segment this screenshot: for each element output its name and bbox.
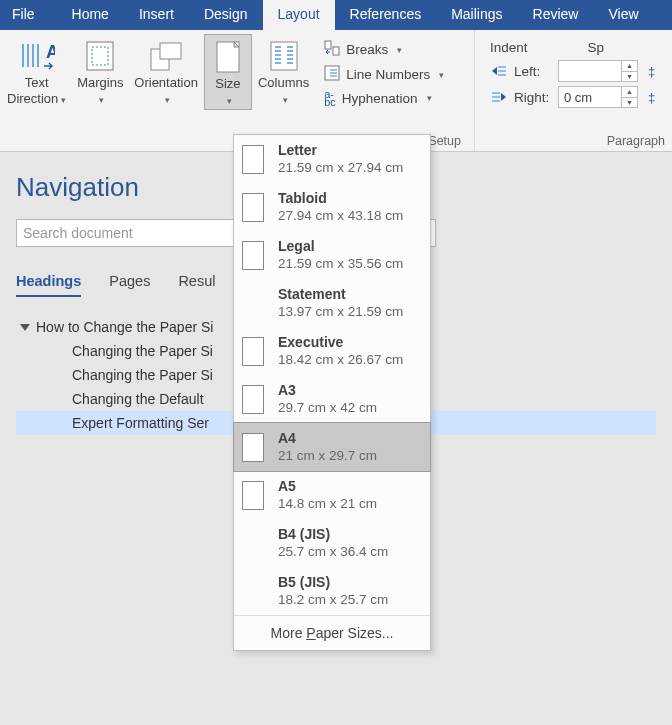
- size-option-name: Legal: [278, 238, 403, 255]
- tab-review[interactable]: Review: [518, 0, 594, 30]
- size-option-dimensions: 18.2 cm x 25.7 cm: [278, 591, 388, 608]
- chevron-down-icon: ▾: [227, 96, 232, 106]
- size-option-a4[interactable]: A421 cm x 29.7 cm: [233, 422, 431, 472]
- tab-home[interactable]: Home: [57, 0, 124, 30]
- margins-button[interactable]: Margins▾: [72, 34, 128, 110]
- page-icon: [242, 337, 264, 366]
- indent-left-input[interactable]: ▲▼: [558, 60, 638, 82]
- indent-left-icon: [490, 64, 508, 78]
- line-numbers-icon: [324, 65, 340, 84]
- tab-insert[interactable]: Insert: [124, 0, 189, 30]
- tab-layout[interactable]: Layout: [263, 0, 335, 30]
- svg-rect-21: [325, 41, 331, 49]
- text-direction-button[interactable]: A TextDirection▾: [3, 34, 70, 110]
- tab-view[interactable]: View: [593, 0, 653, 30]
- spin-up[interactable]: ▲: [622, 61, 637, 72]
- group-paragraph-label: Paragraph: [478, 132, 669, 151]
- margins-label: Margins: [77, 75, 123, 90]
- size-option-name: Executive: [278, 334, 403, 351]
- size-option-dimensions: 18.42 cm x 26.67 cm: [278, 351, 403, 368]
- size-option-legal[interactable]: Legal21.59 cm x 35.56 cm: [234, 231, 430, 279]
- size-label: Size: [215, 76, 240, 91]
- spacing-before-icon: ‡: [648, 64, 655, 79]
- size-option-dimensions: 27.94 cm x 43.18 cm: [278, 207, 403, 224]
- size-option-statement[interactable]: Statement13.97 cm x 21.59 cm: [234, 279, 430, 327]
- indent-right-icon: [490, 90, 508, 104]
- chevron-down-icon: ▾: [99, 95, 104, 105]
- line-numbers-button[interactable]: Line Numbers▾: [321, 63, 447, 86]
- columns-label: Columns: [258, 75, 309, 90]
- spacing-after-icon: ‡: [648, 90, 655, 105]
- tab-mailings[interactable]: Mailings: [436, 0, 517, 30]
- chevron-down-icon: ▾: [397, 45, 402, 55]
- svg-rect-8: [160, 43, 181, 59]
- indent-right-label: Right:: [514, 90, 552, 105]
- page-icon: [242, 241, 264, 270]
- collapse-icon[interactable]: [20, 324, 30, 331]
- text-direction-label: TextDirection: [7, 75, 58, 106]
- page-icon: [242, 385, 264, 414]
- size-option-dimensions: 13.97 cm x 21.59 cm: [278, 303, 403, 320]
- svg-rect-5: [87, 42, 113, 70]
- breaks-icon: [324, 40, 340, 59]
- size-option-dimensions: 21.59 cm x 27.94 cm: [278, 159, 403, 176]
- hyphenation-button[interactable]: a-bc Hyphenation▾: [321, 88, 447, 108]
- svg-rect-10: [271, 42, 297, 70]
- size-option-executive[interactable]: Executive18.42 cm x 26.67 cm: [234, 327, 430, 375]
- nav-tab-pages[interactable]: Pages: [109, 273, 150, 297]
- nav-tab-headings[interactable]: Headings: [16, 273, 81, 297]
- page-icon: [242, 529, 264, 558]
- breaks-button[interactable]: Breaks▾: [321, 38, 447, 61]
- page-icon: [242, 433, 264, 462]
- spacing-title: Sp: [588, 40, 605, 55]
- text-direction-icon: A: [19, 38, 55, 74]
- indent-right-input[interactable]: 0 cm▲▼: [558, 86, 638, 108]
- tab-references[interactable]: References: [335, 0, 437, 30]
- size-option-name: A5: [278, 478, 377, 495]
- indent-left-label: Left:: [514, 64, 552, 79]
- tab-design[interactable]: Design: [189, 0, 263, 30]
- tab-strip: File Home Insert Design Layout Reference…: [0, 0, 672, 30]
- page-icon: [242, 289, 264, 318]
- page-icon: [242, 193, 264, 222]
- size-option-b5-jis-[interactable]: B5 (JIS)18.2 cm x 25.7 cm: [234, 567, 430, 615]
- page-icon: [242, 577, 264, 606]
- chevron-down-icon: ▾: [439, 70, 444, 80]
- size-option-dimensions: 29.7 cm x 42 cm: [278, 399, 377, 416]
- search-placeholder: Search document: [23, 225, 133, 241]
- size-dropdown-menu: Letter21.59 cm x 27.94 cmTabloid27.94 cm…: [233, 134, 431, 651]
- size-option-a5[interactable]: A514.8 cm x 21 cm: [234, 471, 430, 519]
- orientation-icon: [148, 38, 184, 74]
- spin-up[interactable]: ▲: [622, 87, 637, 98]
- tab-file[interactable]: File: [0, 0, 57, 30]
- size-icon: [214, 39, 242, 75]
- size-option-name: Letter: [278, 142, 403, 159]
- hyphenation-icon: a-bc: [324, 90, 336, 106]
- size-option-dimensions: 21 cm x 29.7 cm: [278, 447, 377, 464]
- hyphenation-label: Hyphenation: [342, 91, 418, 106]
- page-icon: [242, 481, 264, 510]
- orientation-label: Orientation: [134, 75, 198, 90]
- size-option-letter[interactable]: Letter21.59 cm x 27.94 cm: [234, 135, 430, 183]
- spin-down[interactable]: ▼: [622, 72, 637, 82]
- spin-down[interactable]: ▼: [622, 98, 637, 108]
- indent-title: Indent: [490, 40, 528, 55]
- size-option-name: Statement: [278, 286, 403, 303]
- margins-icon: [84, 38, 116, 74]
- size-option-tabloid[interactable]: Tabloid27.94 cm x 43.18 cm: [234, 183, 430, 231]
- size-button[interactable]: Size▾: [204, 34, 252, 110]
- size-option-name: A4: [278, 430, 377, 447]
- size-option-name: Tabloid: [278, 190, 403, 207]
- chevron-down-icon: ▾: [427, 93, 432, 103]
- size-option-dimensions: 25.7 cm x 36.4 cm: [278, 543, 388, 560]
- svg-text:A: A: [46, 42, 55, 62]
- orientation-button[interactable]: Orientation▾: [130, 34, 202, 110]
- columns-button[interactable]: Columns▾: [254, 34, 313, 110]
- line-numbers-label: Line Numbers: [346, 67, 430, 82]
- nav-tab-results[interactable]: Resul: [178, 273, 215, 297]
- more-paper-sizes-button[interactable]: More Paper Sizes...: [234, 615, 430, 650]
- columns-icon: [269, 38, 299, 74]
- size-option-dimensions: 21.59 cm x 35.56 cm: [278, 255, 403, 272]
- size-option-b4-jis-[interactable]: B4 (JIS)25.7 cm x 36.4 cm: [234, 519, 430, 567]
- size-option-a3[interactable]: A329.7 cm x 42 cm: [234, 375, 430, 423]
